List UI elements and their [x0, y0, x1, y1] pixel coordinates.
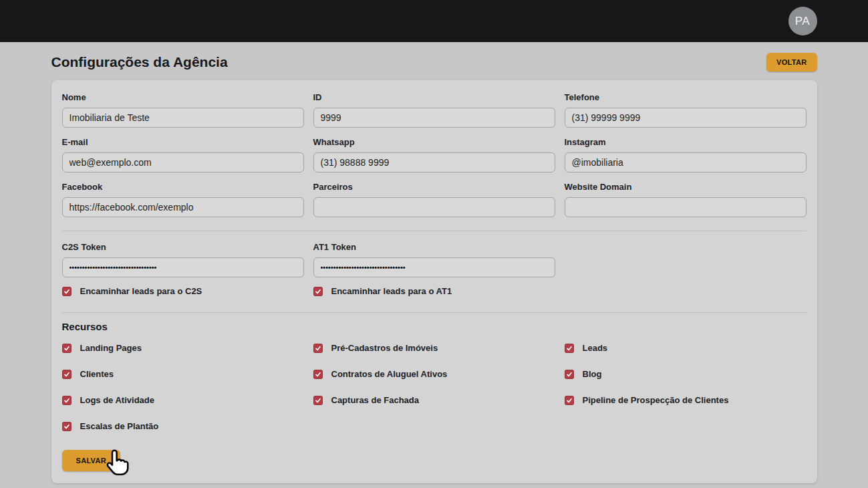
resource-label: Landing Pages [80, 343, 142, 353]
section-divider [62, 312, 807, 313]
checkbox-icon[interactable] [62, 422, 71, 431]
checkbox-icon[interactable] [62, 287, 71, 296]
tokens-grid: C2S Token Encaminhar leads para o C2S AT… [62, 239, 807, 306]
page-content: Configurações da Agência VOLTAR Nome ID … [51, 53, 817, 483]
checkbox-icon[interactable] [565, 370, 574, 379]
checkbox-icon[interactable] [565, 396, 574, 405]
at1-forward-checkbox-row[interactable]: Encaminhar leads para o AT1 [313, 286, 555, 296]
resource-label: Clientes [80, 369, 114, 379]
resource-contratos-aluguel[interactable]: Contratos de Aluguel Ativos [313, 369, 555, 379]
field-website-domain: Website Domain [565, 179, 807, 217]
resource-pipeline-prospeccao[interactable]: Pipeline de Prospecção de Clientes [565, 395, 807, 405]
resource-capturas-fachada[interactable]: Capturas de Fachada [313, 395, 555, 405]
field-at1-token: AT1 Token Encaminhar leads para o AT1 [313, 239, 555, 299]
instagram-input[interactable] [565, 152, 807, 172]
resource-label: Pré-Cadastros de Imóveis [331, 343, 438, 353]
resources-grid: Landing Pages Pré-Cadastros de Imóveis L… [62, 335, 807, 439]
field-c2s-token: C2S Token Encaminhar leads para o C2S [62, 239, 304, 299]
c2s-token-input[interactable] [62, 257, 304, 277]
page-header: Configurações da Agência VOLTAR [51, 53, 817, 72]
field-parceiros: Parceiros [313, 179, 555, 217]
resource-label: Blog [583, 369, 602, 379]
field-whatsapp: Whatsapp [313, 134, 555, 172]
field-id: ID [313, 90, 555, 128]
resource-label: Leads [583, 343, 608, 353]
field-label-telefone: Telefone [565, 92, 807, 102]
checkbox-icon[interactable] [313, 396, 323, 405]
field-label-instagram: Instagram [565, 137, 807, 147]
field-email: E-mail [62, 134, 304, 172]
id-input[interactable] [313, 108, 555, 128]
resource-blog[interactable]: Blog [565, 369, 807, 379]
checkbox-icon[interactable] [565, 344, 574, 353]
resource-label: Logs de Atividade [80, 395, 154, 405]
checkbox-icon[interactable] [62, 344, 71, 353]
field-instagram: Instagram [565, 134, 807, 172]
fields-grid: Nome ID Telefone E-mail Whatsapp Instagr… [62, 90, 807, 224]
user-avatar[interactable]: PA [788, 7, 817, 35]
facebook-input[interactable] [62, 197, 304, 217]
page-title: Configurações da Agência [51, 54, 228, 70]
resource-leads[interactable]: Leads [565, 343, 807, 353]
field-label-email: E-mail [62, 137, 304, 147]
voltar-button[interactable]: VOLTAR [766, 53, 817, 72]
checkbox-icon[interactable] [313, 370, 323, 379]
resource-pre-cadastros[interactable]: Pré-Cadastros de Imóveis [313, 343, 555, 353]
at1-token-input[interactable] [313, 257, 555, 277]
resource-clientes[interactable]: Clientes [62, 369, 304, 379]
resource-landing-pages[interactable]: Landing Pages [62, 343, 304, 353]
field-label-whatsapp: Whatsapp [313, 137, 555, 147]
empty-cell [565, 239, 807, 306]
agency-settings-card: Nome ID Telefone E-mail Whatsapp Instagr… [51, 80, 817, 483]
c2s-forward-label: Encaminhar leads para o C2S [80, 286, 202, 296]
resource-label: Pipeline de Prospecção de Clientes [583, 395, 729, 405]
resources-heading: Recursos [62, 321, 807, 332]
nome-input[interactable] [62, 108, 304, 128]
field-label-c2s-token: C2S Token [62, 242, 304, 252]
telefone-input[interactable] [565, 108, 807, 128]
parceiros-input[interactable] [313, 197, 555, 217]
resource-label: Capturas de Fachada [331, 395, 420, 405]
field-nome: Nome [62, 90, 304, 128]
field-label-at1-token: AT1 Token [313, 242, 555, 252]
field-label-parceiros: Parceiros [313, 182, 555, 192]
c2s-forward-checkbox-row[interactable]: Encaminhar leads para o C2S [62, 286, 304, 296]
resource-label: Contratos de Aluguel Ativos [331, 369, 448, 379]
salvar-button[interactable]: SALVAR [62, 450, 120, 471]
top-navigation-bar: PA [0, 0, 868, 42]
field-label-nome: Nome [62, 92, 304, 102]
resource-escalas-plantao[interactable]: Escalas de Plantão [62, 421, 304, 431]
whatsapp-input[interactable] [313, 152, 555, 172]
checkbox-icon[interactable] [62, 370, 71, 379]
field-label-website-domain: Website Domain [565, 182, 807, 192]
field-telefone: Telefone [565, 90, 807, 128]
field-facebook: Facebook [62, 179, 304, 217]
section-divider [62, 231, 807, 231]
resource-label: Escalas de Plantão [80, 421, 159, 431]
checkbox-icon[interactable] [62, 396, 71, 405]
resource-logs-atividade[interactable]: Logs de Atividade [62, 395, 304, 405]
website-domain-input[interactable] [565, 197, 807, 217]
email-input[interactable] [62, 152, 304, 172]
checkbox-icon[interactable] [313, 344, 323, 353]
field-label-id: ID [313, 92, 555, 102]
at1-forward-label: Encaminhar leads para o AT1 [331, 286, 452, 296]
checkbox-icon[interactable] [313, 287, 323, 296]
field-label-facebook: Facebook [62, 182, 304, 192]
